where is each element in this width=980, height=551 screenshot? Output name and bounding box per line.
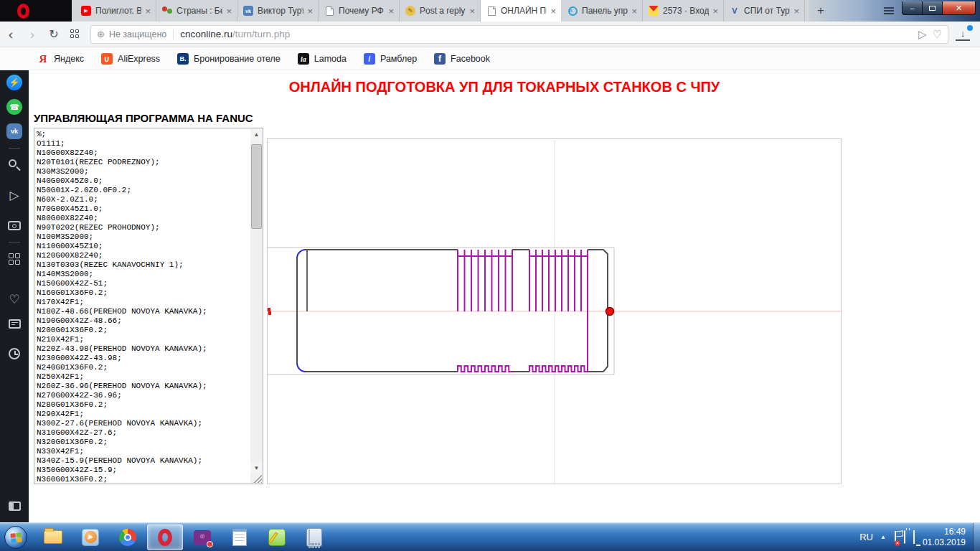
tab-spi[interactable]: V СПИ от Турт ×: [724, 0, 805, 22]
speed-dial-grid-icon: [9, 253, 20, 265]
tab-close-icon[interactable]: ×: [224, 6, 234, 17]
tab-vk[interactable]: vk Виктор Турта ×: [237, 0, 319, 22]
taskbar-chrome[interactable]: [110, 524, 146, 550]
url-path: /turn/turn.php: [232, 29, 290, 39]
bookmark-label: Facebook: [451, 54, 490, 64]
action-center-flag-icon[interactable]: ✕: [895, 531, 896, 543]
security-label[interactable]: Не защищено: [109, 29, 174, 39]
sidebar-item-snapshot[interactable]: [0, 213, 29, 237]
gcode-text[interactable]: %; O1111; N10G00X82Z40; N20T0101(REZEC P…: [34, 128, 250, 484]
network-icon[interactable]: [913, 531, 915, 543]
page-icon: [326, 6, 334, 16]
start-button[interactable]: [4, 526, 27, 549]
tab-polyglot[interactable]: ▶ Полиглот. Вы ×: [75, 0, 156, 22]
tab-close-icon[interactable]: ×: [467, 6, 477, 17]
bookmark-booking[interactable]: B. Бронирование отеле: [177, 53, 281, 65]
sidebar-item-whatsapp[interactable]: ☎: [0, 95, 29, 119]
speed-dial-icon[interactable]: [70, 29, 80, 39]
bookmark-lamoda[interactable]: la Lamoda: [298, 53, 347, 65]
tab-close-icon[interactable]: ×: [386, 6, 396, 17]
close-button[interactable]: ✕: [943, 1, 976, 15]
tab-close-icon[interactable]: ×: [548, 6, 558, 17]
tab-title: Полиглот. Вы: [95, 6, 141, 16]
send-to-flow-icon[interactable]: ▷: [918, 28, 927, 41]
tab-strany[interactable]: Страны : Бес ×: [156, 0, 237, 22]
forward-button[interactable]: ›: [22, 27, 43, 42]
page-content: ОНЛАЙН ПОДГОТОВКА УП ДЛЯ ТОКАРНЫХ СТАНКО…: [29, 70, 980, 522]
clock-history-icon: [9, 348, 20, 359]
news-icon: [9, 319, 21, 329]
bookmark-yandex[interactable]: Я Яндекс: [37, 53, 84, 65]
sidebar-item-news[interactable]: [0, 311, 29, 336]
tray-date: 01.03.2019: [923, 537, 966, 548]
minimize-button[interactable]: –: [902, 1, 923, 15]
new-tab-button[interactable]: +: [812, 3, 829, 19]
tray-expand-arrow[interactable]: ▲: [880, 534, 886, 540]
show-desktop-button[interactable]: [973, 523, 980, 551]
downloads-icon[interactable]: ↓: [956, 28, 970, 41]
tab-yandex-mail[interactable]: 2573 · Входя ×: [643, 0, 724, 22]
messenger-icon: ⚡: [6, 75, 22, 90]
opera-sidebar: ⚡ ☎ vk ▷ ♡: [0, 70, 29, 522]
scrollbar-thumb[interactable]: [251, 144, 262, 229]
tab-close-icon[interactable]: ×: [143, 6, 153, 17]
opera-menu-zone[interactable]: [0, 0, 72, 22]
tab-post-reply[interactable]: ✎ Post a reply ×: [400, 0, 481, 22]
back-button[interactable]: ‹: [0, 27, 22, 42]
screen: ▶ Полиглот. Вы × Страны : Бес × vk Викто…: [0, 0, 980, 551]
address-bar: ‹ › ↻ ⊕ Не защищено cnconline.ru/turn/tu…: [0, 22, 980, 47]
search-icon: [8, 159, 21, 171]
taskbar-calculator[interactable]: [296, 524, 332, 550]
gcode-textarea[interactable]: %; O1111; N10G00X82Z40; N20T0101(REZEC P…: [34, 128, 263, 484]
part-drawing-canvas[interactable]: [267, 138, 842, 484]
opera-logo-icon[interactable]: [17, 4, 29, 19]
maximize-button[interactable]: [923, 1, 943, 15]
groove-toolpath: [458, 250, 588, 372]
bookmark-aliexpress[interactable]: ∪ AliExpress: [101, 53, 160, 65]
part-drawing: [268, 139, 842, 485]
scroll-down-button[interactable]: ▼: [250, 462, 263, 474]
bookmark-heart-icon[interactable]: ♡: [933, 28, 942, 41]
bookmark-label: Lamoda: [314, 54, 347, 64]
taskbar-opera-active[interactable]: [147, 524, 183, 550]
taskbar-recorder[interactable]: ⌾: [184, 524, 220, 550]
page-icon: [488, 6, 496, 16]
tab-panel[interactable]: h Панель упра ×: [562, 0, 643, 22]
whatsapp-icon: ☎: [6, 99, 22, 115]
bookmark-label: Бронирование отеле: [194, 54, 281, 64]
tab-close-icon[interactable]: ×: [791, 6, 801, 17]
sidebar-divider: [9, 148, 20, 149]
tab-close-icon[interactable]: ×: [305, 6, 315, 17]
tab-close-icon[interactable]: ×: [629, 6, 639, 17]
scroll-up-button[interactable]: ▲: [250, 128, 263, 141]
reload-button[interactable]: ↻: [43, 27, 65, 41]
sidebar-item-speed-dial[interactable]: [0, 247, 29, 271]
lamoda-icon: la: [298, 53, 309, 65]
taskbar-notepad-plus[interactable]: [259, 524, 295, 550]
tab-menu-icon[interactable]: [884, 7, 894, 14]
yandex-icon: Я: [37, 53, 49, 65]
tab-cnconline-active[interactable]: ОНЛАЙН ПО ×: [481, 0, 562, 22]
taskbar-media-player[interactable]: ▶: [72, 524, 108, 550]
sidebar-setup-button[interactable]: [0, 494, 29, 518]
tab-pochemu[interactable]: Почему РФ н ×: [319, 0, 400, 22]
bookmark-facebook[interactable]: f Facebook: [434, 53, 490, 65]
sidebar-item-vk[interactable]: vk: [0, 119, 29, 143]
url-input[interactable]: ⊕ Не защищено cnconline.ru/turn/turn.php…: [90, 25, 948, 44]
tab-close-icon[interactable]: ×: [710, 6, 720, 17]
tray-clock[interactable]: 16:49 01.03.2019: [923, 527, 966, 548]
language-indicator[interactable]: RU: [859, 532, 873, 542]
blue-v-icon: V: [730, 6, 740, 16]
url-text[interactable]: cnconline.ru/turn/turn.php: [180, 29, 913, 39]
sidebar-item-search[interactable]: [0, 153, 29, 177]
bookmarks-bar: Я Яндекс ∪ AliExpress B. Бронирование от…: [0, 48, 980, 70]
sidebar-item-bookmarks[interactable]: ♡: [0, 287, 29, 311]
textarea-scrollbar[interactable]: ▲ ▼: [250, 128, 263, 484]
power-plug-icon[interactable]: [904, 531, 905, 543]
sidebar-item-flow[interactable]: ▷: [0, 183, 29, 207]
bookmark-rambler[interactable]: / Рамблер: [364, 53, 417, 65]
sidebar-item-history[interactable]: [0, 342, 29, 366]
taskbar-explorer[interactable]: [35, 524, 71, 550]
sidebar-item-messenger[interactable]: ⚡: [0, 70, 29, 95]
taskbar-notepad[interactable]: [222, 524, 258, 550]
